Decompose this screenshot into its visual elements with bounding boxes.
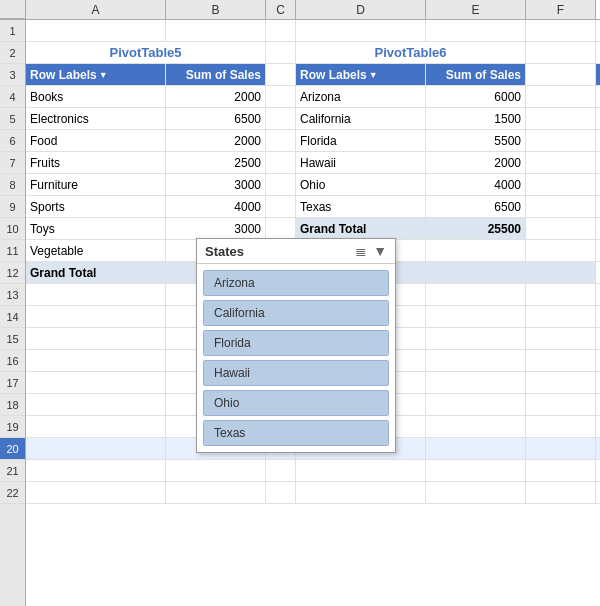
cell-17e[interactable] bbox=[426, 372, 526, 393]
pivot1-row-1-label[interactable]: Electronics bbox=[26, 108, 166, 129]
cell-13f[interactable] bbox=[526, 284, 596, 305]
cell-22e[interactable] bbox=[426, 482, 526, 503]
pivot1-row-7-label[interactable]: Vegetable bbox=[26, 240, 166, 261]
cell-9f[interactable] bbox=[526, 196, 596, 217]
pivot2-row-0-label[interactable]: Arizona bbox=[296, 86, 426, 107]
pivot2-header-label[interactable]: Row Labels ▼ bbox=[296, 64, 426, 85]
pivot1-row-0-value[interactable]: 2000 bbox=[166, 86, 266, 107]
cell-22b[interactable] bbox=[166, 482, 266, 503]
cell-18e[interactable] bbox=[426, 394, 526, 415]
pivot2-row-5-label[interactable]: Texas bbox=[296, 196, 426, 217]
cell-15f[interactable] bbox=[526, 328, 596, 349]
pivot1-row-2-label[interactable]: Food bbox=[26, 130, 166, 151]
cell-19e[interactable] bbox=[426, 416, 526, 437]
cell-22f[interactable] bbox=[526, 482, 596, 503]
cell-20e[interactable] bbox=[426, 438, 526, 459]
cell-16f[interactable] bbox=[526, 350, 596, 371]
cell-3c[interactable] bbox=[266, 64, 296, 85]
cell-11f[interactable] bbox=[526, 240, 596, 261]
cell-2f[interactable] bbox=[526, 42, 596, 63]
cell-8c[interactable] bbox=[266, 174, 296, 195]
pivot2-row-5-value[interactable]: 6500 bbox=[426, 196, 526, 217]
cell-4f[interactable] bbox=[526, 86, 596, 107]
pivot1-row-3-label[interactable]: Fruits bbox=[26, 152, 166, 173]
slicer-states[interactable]: States ≣ ▼ Arizona California Florida Ha… bbox=[196, 238, 396, 453]
cell-20a[interactable] bbox=[26, 438, 166, 459]
cell-19a[interactable] bbox=[26, 416, 166, 437]
pivot1-row-4-value[interactable]: 3000 bbox=[166, 174, 266, 195]
cell-21d[interactable] bbox=[296, 460, 426, 481]
cell-22c[interactable] bbox=[266, 482, 296, 503]
cell-14f[interactable] bbox=[526, 306, 596, 327]
cell-18a[interactable] bbox=[26, 394, 166, 415]
cell-18f[interactable] bbox=[526, 394, 596, 415]
cell-21b[interactable] bbox=[166, 460, 266, 481]
pivot1-row-5-value[interactable]: 4000 bbox=[166, 196, 266, 217]
cell-21f[interactable] bbox=[526, 460, 596, 481]
cell-8f[interactable] bbox=[526, 174, 596, 195]
cell-10f[interactable] bbox=[526, 218, 596, 239]
cell-1e[interactable] bbox=[426, 20, 526, 41]
cell-15e[interactable] bbox=[426, 328, 526, 349]
cell-19f[interactable] bbox=[526, 416, 596, 437]
slicer-item-arizona[interactable]: Arizona bbox=[203, 270, 389, 296]
slicer-item-ohio[interactable]: Ohio bbox=[203, 390, 389, 416]
pivot2-row-1-value[interactable]: 1500 bbox=[426, 108, 526, 129]
cell-1f[interactable] bbox=[526, 20, 596, 41]
cell-12e[interactable] bbox=[426, 262, 526, 283]
pivot2-row-4-value[interactable]: 4000 bbox=[426, 174, 526, 195]
pivot1-row-2-value[interactable]: 2000 bbox=[166, 130, 266, 151]
pivot1-row-5-label[interactable]: Sports bbox=[26, 196, 166, 217]
cell-1a[interactable] bbox=[26, 20, 166, 41]
cell-5c[interactable] bbox=[266, 108, 296, 129]
cell-17a[interactable] bbox=[26, 372, 166, 393]
cell-7f[interactable] bbox=[526, 152, 596, 173]
cell-1c[interactable] bbox=[266, 20, 296, 41]
pivot1-row-6-label[interactable]: Toys bbox=[26, 218, 166, 239]
pivot1-header-label[interactable]: Row Labels ▼ bbox=[26, 64, 166, 85]
cell-21e[interactable] bbox=[426, 460, 526, 481]
cell-5f[interactable] bbox=[526, 108, 596, 129]
pivot1-row-6-value[interactable]: 3000 bbox=[166, 218, 266, 239]
slicer-item-hawaii[interactable]: Hawaii bbox=[203, 360, 389, 386]
pivot1-row-1-value[interactable]: 6500 bbox=[166, 108, 266, 129]
cell-21a[interactable] bbox=[26, 460, 166, 481]
cell-2c[interactable] bbox=[266, 42, 296, 63]
pivot2-row-2-value[interactable]: 5500 bbox=[426, 130, 526, 151]
cell-14a[interactable] bbox=[26, 306, 166, 327]
cell-15a[interactable] bbox=[26, 328, 166, 349]
pivot2-row-1-label[interactable]: California bbox=[296, 108, 426, 129]
cell-10c[interactable] bbox=[266, 218, 296, 239]
cell-1d[interactable] bbox=[296, 20, 426, 41]
cell-6c[interactable] bbox=[266, 130, 296, 151]
cell-14e[interactable] bbox=[426, 306, 526, 327]
cell-11e[interactable] bbox=[426, 240, 526, 261]
pivot2-row-3-label[interactable]: Hawaii bbox=[296, 152, 426, 173]
slicer-item-california[interactable]: California bbox=[203, 300, 389, 326]
cell-13e[interactable] bbox=[426, 284, 526, 305]
pivot1-row-0-label[interactable]: Books bbox=[26, 86, 166, 107]
pivot1-row-4-label[interactable]: Furniture bbox=[26, 174, 166, 195]
cell-17f[interactable] bbox=[526, 372, 596, 393]
slicer-item-texas[interactable]: Texas bbox=[203, 420, 389, 446]
cell-16a[interactable] bbox=[26, 350, 166, 371]
cell-9c[interactable] bbox=[266, 196, 296, 217]
pivot1-row-3-value[interactable]: 2500 bbox=[166, 152, 266, 173]
pivot2-row-0-value[interactable]: 6000 bbox=[426, 86, 526, 107]
cell-6f[interactable] bbox=[526, 130, 596, 151]
cell-21c[interactable] bbox=[266, 460, 296, 481]
pivot2-row-3-value[interactable]: 2000 bbox=[426, 152, 526, 173]
cell-22d[interactable] bbox=[296, 482, 426, 503]
pivot2-row-4-label[interactable]: Ohio bbox=[296, 174, 426, 195]
cell-20f[interactable] bbox=[526, 438, 596, 459]
cell-7c[interactable] bbox=[266, 152, 296, 173]
cell-1b[interactable] bbox=[166, 20, 266, 41]
cell-13a[interactable] bbox=[26, 284, 166, 305]
cell-12f[interactable] bbox=[526, 262, 596, 283]
cell-16e[interactable] bbox=[426, 350, 526, 371]
slicer-item-florida[interactable]: Florida bbox=[203, 330, 389, 356]
cell-22a[interactable] bbox=[26, 482, 166, 503]
cell-3f[interactable] bbox=[526, 64, 596, 85]
slicer-sort-icon[interactable]: ≣ bbox=[355, 243, 367, 259]
pivot2-row-2-label[interactable]: Florida bbox=[296, 130, 426, 151]
